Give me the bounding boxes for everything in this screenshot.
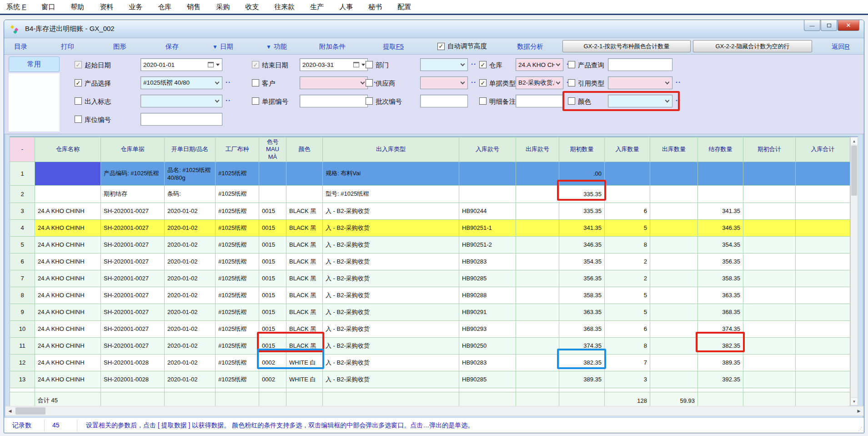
menu-item[interactable]: 系统 F [6, 3, 26, 11]
table-row[interactable]: 1224.A KHO CHINHSH-202001-00282020-01-02… [10, 354, 850, 371]
resize-grip-icon[interactable]: ⋰ [858, 426, 863, 431]
data-analysis-link[interactable]: 数据分析 [517, 42, 543, 51]
filter-text-input[interactable] [420, 95, 468, 107]
column-header[interactable]: 出库数量 [650, 137, 698, 162]
vertical-scrollbar[interactable]: ▲ ▼ [850, 137, 858, 406]
table-row[interactable]: 624.A KHO CHINHSH-202001-00272020-01-02#… [10, 253, 850, 270]
table-row[interactable]: 524.A KHO CHINHSH-202001-00272020-01-02#… [10, 236, 850, 253]
calendar-icon[interactable] [353, 62, 359, 67]
filter-combo[interactable] [608, 76, 672, 89]
checkbox-checked-filter[interactable]: ✓ [479, 79, 487, 86]
table-row[interactable]: 1024.A KHO CHINHSH-202001-00272020-01-02… [10, 320, 850, 337]
save-link[interactable]: 保存 [166, 42, 179, 51]
checkbox-filter[interactable] [366, 79, 373, 86]
filter-combo[interactable]: B2-采购收货,B5-出 [516, 76, 563, 89]
table-row[interactable]: 1产品编码: #1025纸褶品名: #1025纸褶 40/80g#1025纸褶规… [10, 162, 850, 185]
common-tab[interactable]: 常用 [9, 56, 60, 72]
menu-item[interactable]: 仓库 [158, 3, 171, 11]
more-options-dots[interactable]: ·· [226, 78, 231, 86]
catalog-link[interactable]: 目录 [14, 42, 27, 51]
restore-button[interactable] [821, 20, 837, 31]
checkbox-filter[interactable] [252, 79, 259, 86]
checkbox-filter[interactable] [366, 97, 373, 105]
column-header[interactable]: 期初合计 [743, 137, 796, 162]
menu-item[interactable]: 人事 [339, 3, 353, 11]
menu-item[interactable]: 配置 [397, 3, 411, 11]
filter-text-input[interactable] [300, 95, 368, 107]
checkbox-filter[interactable] [75, 97, 82, 105]
menu-item[interactable]: 采购 [216, 3, 230, 11]
fetch-f5-link[interactable]: 提取F5 [383, 42, 404, 51]
column-header[interactable]: 出入库类型 [323, 137, 459, 162]
checkbox-checked-filter[interactable]: ✓ [75, 79, 82, 86]
checkbox-filter[interactable] [366, 61, 373, 68]
checkbox-filter[interactable] [568, 79, 575, 86]
chevron-down-icon[interactable] [556, 62, 561, 66]
graphic-link[interactable]: 图形 [113, 42, 126, 51]
more-options-dots[interactable]: ·· [676, 78, 681, 86]
column-header[interactable]: 仓库名称 [35, 137, 101, 162]
menu-item[interactable]: 生产 [310, 3, 324, 11]
gx-2-2-button[interactable]: GX-2-2-隐藏合计数为空的行 [693, 40, 812, 52]
table-row[interactable]: 324.A KHO CHINHSH-202001-00272020-01-02#… [10, 203, 850, 219]
filter-combo[interactable] [608, 95, 672, 107]
checkbox-filter[interactable] [252, 97, 259, 105]
column-header[interactable]: 期初数量 [559, 137, 605, 162]
calendar-icon[interactable] [208, 62, 214, 67]
checkbox-checked-filter[interactable]: ✓ [252, 61, 259, 68]
minimize-button[interactable]: — [804, 20, 820, 31]
dropdown-arrow-icon[interactable] [216, 64, 220, 66]
menu-item[interactable]: 资料 [100, 3, 113, 11]
chevron-down-icon[interactable] [665, 98, 670, 103]
horizontal-scrollbar[interactable]: ◀ ▶ [5, 406, 864, 416]
column-header[interactable]: - [10, 137, 35, 162]
menu-item[interactable]: 往来款 [274, 3, 295, 11]
horizontal-scroll-thumb[interactable] [15, 407, 45, 415]
more-options-dots[interactable]: ·· [226, 96, 231, 104]
chevron-down-icon[interactable] [215, 98, 220, 103]
filter-text-input[interactable] [140, 113, 222, 126]
gx-2-1-button[interactable]: GX-2-1-按款号布种颜色合计数量 [562, 40, 691, 52]
more-options-dots[interactable]: ·· [676, 96, 681, 104]
column-header[interactable]: 结存数量 [698, 137, 743, 162]
menu-item[interactable]: 帮助 [70, 3, 84, 11]
auto-height-checkbox[interactable]: ✓ 自动调节高度 [437, 42, 487, 51]
more-options-dots[interactable]: ·· [471, 78, 477, 86]
chevron-down-icon[interactable] [461, 80, 465, 85]
title-bar[interactable]: ◆ ◆ ◆ B4-库存进出明细账 - GX_002 — ✕ [4, 20, 864, 38]
back-link[interactable]: 返回R [832, 42, 849, 51]
chevron-down-icon[interactable] [556, 80, 561, 85]
chevron-down-icon[interactable] [215, 80, 220, 85]
column-header[interactable]: 入库数量 [605, 137, 650, 162]
filter-text-input[interactable] [608, 58, 672, 71]
menu-item[interactable]: 秘书 [368, 3, 382, 11]
filter-combo[interactable]: 24.A KHO CHINH [516, 58, 563, 71]
table-row[interactable]: 1124.A KHO CHINHSH-202001-00272020-01-02… [10, 337, 850, 354]
checkbox-filter[interactable] [479, 97, 487, 105]
date-link[interactable]: ▼日期 [212, 42, 233, 51]
checkbox-filter[interactable] [568, 61, 575, 68]
checkbox-checked-filter[interactable]: ✓ [479, 61, 487, 68]
filter-text-input[interactable] [516, 95, 563, 107]
more-options-dots[interactable]: ·· [471, 60, 477, 68]
filter-combo[interactable] [420, 76, 468, 89]
function-link[interactable]: ▼功能 [266, 42, 287, 51]
table-row[interactable]: 824.A KHO CHINHSH-202001-00272020-01-02#… [10, 287, 850, 304]
close-button[interactable]: ✕ [838, 20, 859, 31]
dropdown-arrow-icon[interactable] [361, 64, 365, 66]
table-row[interactable]: 1324.A KHO CHINHSH-202001-00282020-01-02… [10, 371, 850, 388]
vertical-scroll-thumb[interactable] [851, 146, 857, 196]
menu-item[interactable]: 窗口 [41, 3, 55, 11]
column-header[interactable]: 开单日期/品名 [165, 137, 216, 162]
filter-date-input[interactable]: 2020-01-01 [140, 58, 222, 71]
scroll-left-icon[interactable]: ◀ [5, 406, 15, 416]
checkbox-checked-filter[interactable]: ✓ [75, 61, 82, 68]
filter-combo[interactable]: #1025纸褶 40/80 [140, 76, 222, 89]
checkbox-filter[interactable] [75, 116, 82, 123]
scroll-right-icon[interactable]: ▶ [854, 406, 863, 416]
table-row[interactable]: 924.A KHO CHINHSH-202001-00272020-01-02#… [10, 304, 850, 320]
menu-item[interactable]: 业务 [129, 3, 142, 11]
chevron-down-icon[interactable] [461, 62, 465, 66]
table-row[interactable]: 2期初结存条码:#1025纸褶型号: #1025纸褶335.35 [10, 185, 850, 203]
chevron-down-icon[interactable] [665, 80, 670, 85]
